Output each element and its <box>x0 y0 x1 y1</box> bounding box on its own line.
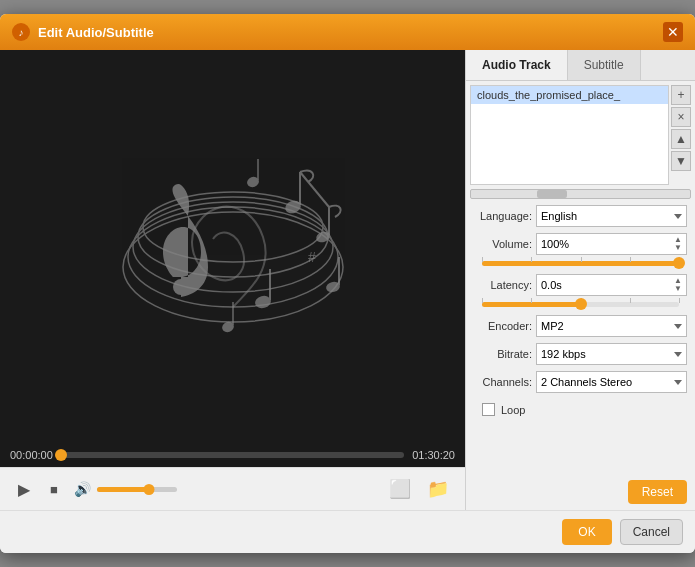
reset-button[interactable]: Reset <box>628 480 687 504</box>
volume-label: Volume: <box>474 238 532 250</box>
volume-icon: 🔊 <box>74 481 91 497</box>
track-list: clouds_the_promised_place_ <box>470 85 669 185</box>
bitrate-row: Bitrate: 128 kbps 192 kbps 256 kbps <box>474 343 687 365</box>
volume-slider-row <box>474 261 687 266</box>
volume-fill <box>97 487 149 492</box>
volume-slider-thumb <box>673 257 685 269</box>
stop-button[interactable]: ■ <box>46 480 62 499</box>
volume-thumb <box>143 484 154 495</box>
language-label: Language: <box>474 210 532 222</box>
edit-audio-subtitle-dialog: ♪ Edit Audio/Subtitle ✕ <box>0 14 695 553</box>
bitrate-select[interactable]: 128 kbps 192 kbps 256 kbps <box>536 343 687 365</box>
folder-button[interactable]: 📁 <box>425 476 451 502</box>
screenshot-button[interactable]: ⬜ <box>387 476 413 502</box>
tick <box>581 257 582 262</box>
form-area: Language: English French German Volume: … <box>466 199 695 476</box>
tick <box>630 257 631 262</box>
loop-label: Loop <box>501 404 525 416</box>
tick <box>630 298 631 303</box>
h-scrollbar-thumb <box>537 190 567 198</box>
volume-arrows: ▲ ▼ <box>674 236 682 252</box>
right-panel: Audio Track Subtitle clouds_the_promised… <box>465 50 695 510</box>
volume-slider[interactable] <box>482 261 679 266</box>
music-visual: # <box>93 107 373 387</box>
video-area: # <box>0 50 465 443</box>
latency-slider-thumb <box>575 298 587 310</box>
bitrate-label: Bitrate: <box>474 348 532 360</box>
latency-slider-row <box>474 302 687 307</box>
progress-bar-area: 00:00:00 01:30:20 <box>0 443 465 467</box>
latency-down-arrow[interactable]: ▼ <box>674 285 682 293</box>
app-icon: ♪ <box>12 23 30 41</box>
time-start: 00:00:00 <box>10 449 53 461</box>
bottom-buttons: OK Cancel <box>0 510 695 553</box>
right-panel-footer: Reset <box>466 476 695 510</box>
close-button[interactable]: ✕ <box>663 22 683 42</box>
volume-spinbox[interactable]: 100% ▲ ▼ <box>536 233 687 255</box>
latency-slider[interactable] <box>482 302 679 307</box>
language-row: Language: English French German <box>474 205 687 227</box>
scrollbar-area <box>466 189 695 199</box>
tab-subtitle[interactable]: Subtitle <box>568 50 641 80</box>
latency-spinbox[interactable]: 0.0s ▲ ▼ <box>536 274 687 296</box>
tabs: Audio Track Subtitle <box>466 50 695 81</box>
latency-value: 0.0s <box>541 279 562 291</box>
move-down-button[interactable]: ▼ <box>671 151 691 171</box>
tick <box>482 257 483 262</box>
screenshot-icon: ⬜ <box>389 479 411 499</box>
play-icon: ▶ <box>18 480 30 499</box>
language-select[interactable]: English French German <box>536 205 687 227</box>
volume-value: 100% <box>541 238 569 250</box>
track-actions: + × ▲ ▼ <box>671 85 691 185</box>
latency-row: Latency: 0.0s ▲ ▼ <box>474 274 687 296</box>
tick <box>531 257 532 262</box>
left-panel: # 00:00:00 <box>0 50 465 510</box>
time-end: 01:30:20 <box>412 449 455 461</box>
volume-area: 🔊 <box>74 481 177 497</box>
encoder-label: Encoder: <box>474 320 532 332</box>
tick <box>531 298 532 303</box>
h-scrollbar[interactable] <box>470 189 691 199</box>
volume-row: Volume: 100% ▲ ▼ <box>474 233 687 255</box>
encoder-row: Encoder: MP2 MP3 AAC <box>474 315 687 337</box>
progress-thumb <box>55 449 67 461</box>
volume-down-arrow[interactable]: ▼ <box>674 244 682 252</box>
title-bar: ♪ Edit Audio/Subtitle ✕ <box>0 14 695 50</box>
tab-audio-track[interactable]: Audio Track <box>466 50 568 80</box>
latency-arrows: ▲ ▼ <box>674 277 682 293</box>
latency-label: Latency: <box>474 279 532 291</box>
main-content: # 00:00:00 <box>0 50 695 510</box>
channels-label: Channels: <box>474 376 532 388</box>
dialog-title: Edit Audio/Subtitle <box>38 25 154 40</box>
remove-track-button[interactable]: × <box>671 107 691 127</box>
controls-bar: ▶ ■ 🔊 ⬜ 📁 <box>0 467 465 510</box>
loop-row: Loop <box>474 399 687 420</box>
add-track-button[interactable]: + <box>671 85 691 105</box>
tick <box>679 298 680 303</box>
progress-track[interactable] <box>61 452 404 458</box>
encoder-select[interactable]: MP2 MP3 AAC <box>536 315 687 337</box>
title-bar-left: ♪ Edit Audio/Subtitle <box>12 23 154 41</box>
svg-text:#: # <box>308 249 316 265</box>
play-button[interactable]: ▶ <box>14 478 34 501</box>
track-list-container: clouds_the_promised_place_ + × ▲ ▼ <box>466 81 695 189</box>
volume-track[interactable] <box>97 487 177 492</box>
svg-point-5 <box>173 279 189 295</box>
channels-select[interactable]: 1 Channel Mono 2 Channels Stereo <box>536 371 687 393</box>
tick <box>482 298 483 303</box>
stop-icon: ■ <box>50 482 58 497</box>
ok-button[interactable]: OK <box>562 519 611 545</box>
svg-line-19 <box>300 172 329 207</box>
folder-icon: 📁 <box>427 479 449 499</box>
move-up-button[interactable]: ▲ <box>671 129 691 149</box>
cancel-button[interactable]: Cancel <box>620 519 683 545</box>
loop-checkbox[interactable] <box>482 403 495 416</box>
track-item[interactable]: clouds_the_promised_place_ <box>471 86 668 104</box>
channels-row: Channels: 1 Channel Mono 2 Channels Ster… <box>474 371 687 393</box>
